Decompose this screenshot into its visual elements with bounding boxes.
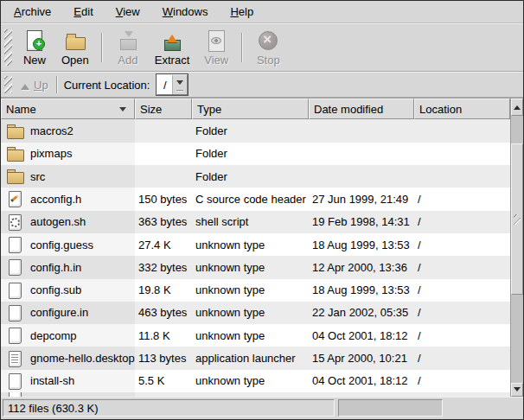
chevron-down-icon xyxy=(176,80,183,88)
statusbar: 112 files (630.3 K) xyxy=(1,397,523,419)
file-date-modified: 22 Jan 2002, 05:35 xyxy=(309,302,414,324)
file-icon xyxy=(7,214,24,230)
file-name: depcomp xyxy=(30,329,76,342)
scrollbar-down-button[interactable] xyxy=(511,383,523,397)
extract-icon xyxy=(161,29,183,52)
file-name: pixmaps xyxy=(30,147,72,160)
column-header-row: Name Size Type Date modified Location xyxy=(1,99,510,119)
toolbar: New Open Add Extract View Stop xyxy=(1,23,523,72)
file-row[interactable]: pixmaps Folder xyxy=(1,143,510,165)
menubar: ArchiveEditViewWindowsHelp xyxy=(1,1,523,23)
file-icon xyxy=(7,392,24,397)
column-header-size[interactable]: Size xyxy=(135,99,192,119)
file-row[interactable]: install-sh 5.5 K unknown type 04 Oct 200… xyxy=(1,370,510,392)
file-type: Folder xyxy=(192,165,309,188)
file-name: src xyxy=(30,170,45,183)
file-row[interactable]: config.sub 19.8 K unknown type 18 Aug 19… xyxy=(1,279,510,302)
file-row[interactable]: configure.in 463 bytes unknown type 22 J… xyxy=(1,302,510,324)
location-combobox[interactable]: / xyxy=(157,74,188,95)
menu-item-archive[interactable]: Archive xyxy=(3,2,62,22)
file-location xyxy=(414,119,510,142)
file-size xyxy=(135,165,192,188)
file-name: acconfig.h xyxy=(30,193,81,206)
folder-icon xyxy=(7,124,24,139)
file-size: 27.4 K xyxy=(135,233,192,256)
file-name: install-sh xyxy=(30,374,74,387)
status-message-frame: 112 files (630.3 K) xyxy=(3,399,335,417)
file-date-modified: 04 Oct 2001, 18:12 xyxy=(309,324,414,347)
file-date-modified: 12 Apr 2000, 13:36 xyxy=(309,256,414,278)
file-name: gnome-hello.desktop xyxy=(30,352,135,365)
file-type: unknown type xyxy=(192,256,309,278)
extract-button[interactable]: Extract xyxy=(148,27,196,68)
file-location xyxy=(414,165,510,188)
file-name: autogen.sh xyxy=(30,215,86,228)
toolbar-grip-handle[interactable] xyxy=(4,29,12,66)
file-row[interactable]: config.guess 27.4 K unknown type 18 Aug … xyxy=(1,233,510,256)
new-button[interactable]: New xyxy=(15,27,54,68)
add-icon xyxy=(117,29,139,52)
file-type: shell script xyxy=(192,211,309,233)
file-location: / xyxy=(414,279,510,302)
scrollbar-thumb[interactable] xyxy=(511,143,523,295)
file-icon xyxy=(7,237,24,252)
locationbar-grip-handle[interactable] xyxy=(4,76,12,93)
view-icon xyxy=(205,29,227,52)
up-button-label: Up xyxy=(34,79,48,92)
sort-indicator-icon xyxy=(119,107,126,115)
column-header-type[interactable]: Type xyxy=(192,99,309,119)
file-location: / xyxy=(414,324,510,347)
column-header-location[interactable]: Location xyxy=(414,99,510,119)
file-date-modified: 15 Apr 2000, 10:21 xyxy=(309,347,414,369)
file-size: 363 bytes xyxy=(135,211,192,233)
file-location: / xyxy=(414,233,510,256)
file-row[interactable]: macros2 Folder xyxy=(1,119,510,142)
file-date-modified: 19 Feb 1998, 14:31 xyxy=(309,211,414,233)
file-date-modified: 18 Aug 1999, 13:53 xyxy=(309,233,414,256)
folder-icon xyxy=(7,169,24,184)
scrollbar-trough[interactable] xyxy=(511,116,523,383)
vertical-scrollbar[interactable] xyxy=(510,99,523,397)
open-icon xyxy=(64,29,86,52)
file-icon xyxy=(7,283,24,298)
new-icon xyxy=(23,29,46,52)
file-type: unknown type xyxy=(192,302,309,324)
file-size: 113 bytes xyxy=(135,347,192,369)
file-row[interactable]: src Folder xyxy=(1,165,510,188)
menu-item-help[interactable]: Help xyxy=(219,2,265,22)
menu-item-edit[interactable]: Edit xyxy=(62,2,104,22)
file-icon xyxy=(7,328,24,343)
file-location: / xyxy=(414,347,510,369)
file-type: unknown type xyxy=(192,324,309,347)
file-location: / xyxy=(414,370,510,392)
stop-button: Stop xyxy=(248,27,288,68)
file-row[interactable]: autogen.sh 363 bytes shell script 19 Feb… xyxy=(1,211,510,233)
file-row[interactable]: depcomp 11.8 K unknown type 04 Oct 2001,… xyxy=(1,324,510,347)
folder-icon xyxy=(7,146,24,162)
file-size xyxy=(135,119,192,142)
location-combobox-arrow[interactable] xyxy=(173,75,187,94)
toolbar-separator xyxy=(101,33,103,62)
file-row[interactable]: gnome-hello.desktop 113 bytes applicatio… xyxy=(1,347,510,369)
menu-item-windows[interactable]: Windows xyxy=(151,2,220,22)
file-date-modified: 18 Aug 1999, 13:53 xyxy=(309,279,414,302)
file-type: Folder xyxy=(192,119,309,142)
file-type: unknown type xyxy=(192,279,309,302)
menu-item-view[interactable]: View xyxy=(105,2,151,22)
file-icon xyxy=(7,191,24,207)
column-header-date-modified[interactable]: Date modified xyxy=(309,99,414,119)
file-location: / xyxy=(414,302,510,324)
column-header-name[interactable]: Name xyxy=(1,99,135,119)
file-type: unknown type xyxy=(192,370,309,392)
file-rows-viewport: macros2 Folder pixmaps Folder src Folder xyxy=(1,119,510,397)
file-location: / xyxy=(414,211,510,233)
file-date-modified xyxy=(309,165,414,188)
file-size xyxy=(135,143,192,165)
file-row[interactable]: config.h.in 332 bytes unknown type 12 Ap… xyxy=(1,256,510,278)
file-size: 5.5 K xyxy=(135,370,192,392)
open-button[interactable]: Open xyxy=(54,27,96,68)
file-row[interactable]: acconfig.h 150 bytes C source code heade… xyxy=(1,188,510,210)
location-combobox-value: / xyxy=(157,75,173,94)
scrollbar-up-button[interactable] xyxy=(511,99,523,116)
up-arrow-icon xyxy=(21,80,29,90)
